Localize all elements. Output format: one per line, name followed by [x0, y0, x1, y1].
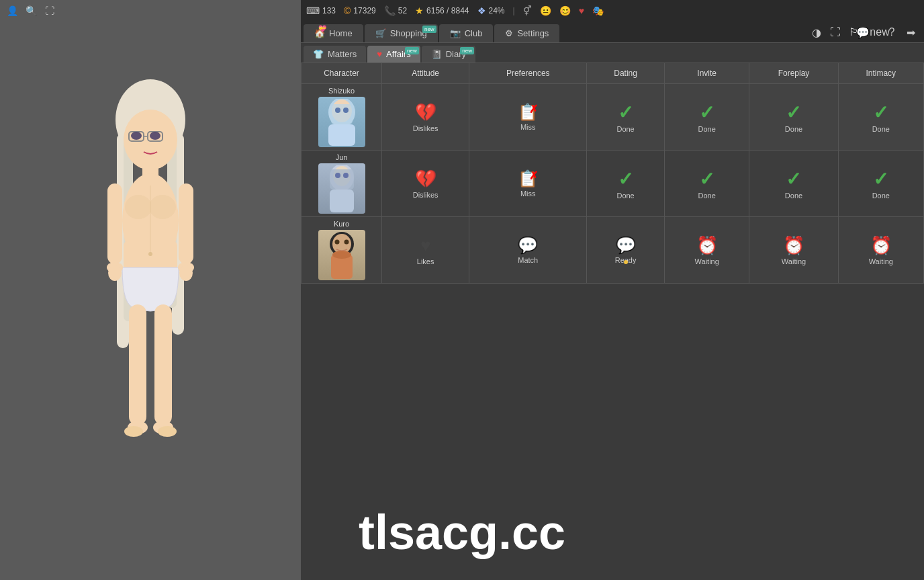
- star-stat: ★ 6156 / 8844: [415, 5, 469, 16]
- jun-dating: ✓ Done: [587, 151, 665, 217]
- col-dating: Dating: [587, 63, 665, 84]
- jun-invite-icon: ✓: [699, 168, 714, 190]
- svg-point-24: [124, 426, 143, 437]
- tab-club[interactable]: 📷 Club: [439, 24, 494, 42]
- status-bar: ⌨ 133 © 17329 📞 52 ★ 6156 / 8844 ❖ 24% |…: [301, 0, 924, 22]
- kuro-invite: ⏰ Waiting: [664, 217, 749, 284]
- row-kuro: Kuro: [302, 217, 924, 284]
- kuro-intimacy: ⏰ Waiting: [838, 217, 923, 284]
- svg-point-47: [332, 251, 351, 259]
- keyboard-icon: ⌨: [306, 5, 320, 16]
- mask-icon[interactable]: 🎭: [592, 5, 604, 16]
- jun-attitude: 💔 Dislikes: [382, 151, 469, 217]
- col-attitude: Attitude: [382, 63, 469, 84]
- jun-foreplay: ✓ Done: [749, 151, 838, 217]
- shizuko-intimacy-icon: ✓: [873, 101, 888, 124]
- kuro-dating: 💬 Ready: [587, 217, 665, 284]
- affairs-new-badge: new: [405, 47, 419, 54]
- phone-icon: 📞: [384, 5, 396, 16]
- svg-rect-16: [107, 183, 122, 264]
- svg-point-27: [158, 426, 177, 437]
- diamond-stat: ❖ 24%: [477, 5, 505, 16]
- kuro-dating-icon: 💬: [616, 236, 636, 255]
- svg-rect-35: [328, 124, 355, 146]
- col-character: Character: [302, 63, 382, 84]
- jun-intimacy-icon: ✓: [873, 168, 888, 190]
- shizuko-pref-label: Miss: [520, 123, 536, 131]
- svg-point-21: [179, 265, 193, 281]
- svg-rect-22: [129, 304, 146, 425]
- col-preferences: Preferences: [469, 63, 587, 84]
- tab-affairs[interactable]: ♥ Affairs new: [367, 46, 420, 63]
- avatar-icon2[interactable]: 😊: [559, 5, 571, 16]
- kuro-portrait[interactable]: [318, 230, 365, 280]
- col-invite: Invite: [664, 63, 749, 84]
- svg-point-14: [149, 195, 176, 219]
- diary-icon: 📓: [431, 49, 442, 59]
- fullscreen-icon[interactable]: ⛶: [827, 24, 843, 40]
- jun-dating-icon: ✓: [618, 168, 633, 190]
- jun-foreplay-label: Done: [785, 192, 802, 200]
- jun-invite: ✓ Done: [664, 151, 749, 217]
- jun-intimacy-label: Done: [872, 192, 890, 200]
- tab-home[interactable]: 🏠 Home 💝: [304, 24, 363, 42]
- chat-new-badge: new: [870, 26, 889, 38]
- svg-point-34: [343, 108, 349, 113]
- jun-attitude-label: Dislikes: [413, 191, 438, 199]
- shizuko-invite: ✓ Done: [664, 84, 749, 151]
- shizuko-attitude: 💔 Dislikes: [382, 84, 469, 151]
- jun-portrait-wrapper: Jun: [304, 153, 379, 214]
- kuro-attitude-icon: ♥: [420, 235, 430, 256]
- shizuko-attitude-icon: 💔: [415, 102, 436, 123]
- kuro-pref-label: Match: [518, 256, 538, 264]
- kuro-foreplay: ⏰ Waiting: [749, 217, 838, 284]
- row-jun: Jun: [302, 151, 924, 217]
- tab-settings[interactable]: ⚙ Settings: [494, 24, 559, 42]
- row-shizuko: Shizuko: [302, 84, 924, 151]
- exit-icon[interactable]: ➡: [903, 24, 919, 40]
- phone-stat: 📞 52: [384, 5, 407, 16]
- person-icon[interactable]: 👤: [5, 4, 19, 17]
- svg-point-13: [125, 195, 152, 219]
- jun-pref-icon: 📋✗: [518, 169, 538, 188]
- col-foreplay: Foreplay: [749, 63, 838, 84]
- svg-rect-38: [330, 169, 354, 190]
- contrast-icon[interactable]: ◑: [808, 24, 825, 40]
- shizuko-invite-label: Done: [698, 125, 716, 133]
- svg-point-10: [150, 132, 160, 140]
- shizuko-portrait-wrapper: Shizuko: [304, 87, 379, 147]
- toolbar: 👤 🔍 ⛶: [0, 0, 301, 22]
- svg-point-9: [131, 132, 142, 140]
- search-icon[interactable]: 🔍: [24, 4, 38, 17]
- shizuko-dating-label: Done: [616, 125, 634, 133]
- shizuko-name: Shizuko: [328, 87, 355, 95]
- avatar-icon1[interactable]: 😐: [540, 5, 551, 16]
- shizuko-portrait[interactable]: [318, 97, 365, 147]
- affairs-table: Character Attitude Preferences Dating In…: [301, 63, 924, 284]
- shizuko-dating-icon: ✓: [618, 101, 633, 124]
- sub-tabs: 👕 Matters ♥ Affairs new 📓 Diary new: [301, 43, 924, 63]
- shizuko-attitude-label: Dislikes: [413, 124, 438, 132]
- heart-status-icon[interactable]: ♥: [579, 5, 584, 16]
- tab-diary[interactable]: 📓 Diary new: [422, 46, 475, 63]
- kuro-intimacy-label: Waiting: [869, 257, 893, 265]
- svg-point-33: [335, 108, 340, 113]
- jun-portrait-cell: Jun: [302, 151, 382, 217]
- svg-rect-25: [154, 304, 172, 425]
- shizuko-foreplay-label: Done: [785, 125, 802, 133]
- shizuko-intimacy-label: Done: [872, 125, 890, 133]
- jun-portrait[interactable]: [318, 163, 365, 214]
- svg-rect-32: [331, 104, 353, 124]
- expand-icon[interactable]: ⛶: [43, 4, 56, 17]
- kuro-portrait-wrapper: Kuro: [304, 220, 379, 280]
- chat-icon[interactable]: 💬 new: [865, 24, 881, 40]
- character-display: [0, 22, 301, 580]
- shizuko-dating: ✓ Done: [587, 84, 665, 151]
- gender-icons[interactable]: ⚥: [523, 5, 532, 16]
- shizuko-invite-icon: ✓: [699, 101, 714, 124]
- jun-dating-label: Done: [616, 192, 634, 200]
- tab-shopping[interactable]: 🛒 Shopping new: [365, 24, 438, 42]
- tab-matters[interactable]: 👕 Matters: [304, 46, 366, 63]
- c-icon: ©: [344, 5, 351, 16]
- col-intimacy: Intimacy: [838, 63, 923, 84]
